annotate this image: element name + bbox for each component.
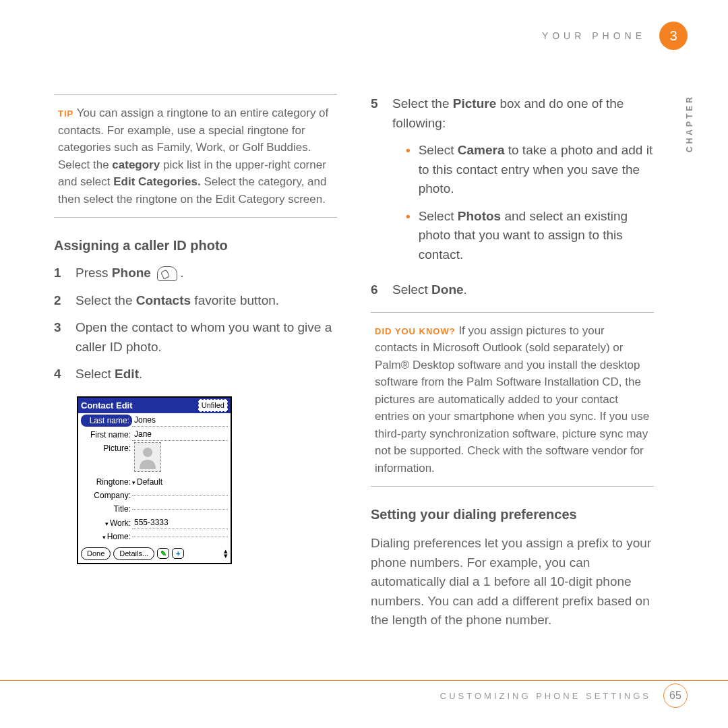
step-4-c: . bbox=[139, 367, 142, 381]
step-1-body: Press Phone . bbox=[75, 264, 337, 283]
step-6-body: Select Done. bbox=[392, 280, 654, 300]
shot-scroll-arrows[interactable]: ▴▾ bbox=[224, 549, 228, 558]
chapter-label-vertical: CHAPTER bbox=[685, 94, 694, 152]
step-4-b: Edit bbox=[115, 367, 139, 381]
dropdown-triangle-icon: ▾ bbox=[105, 520, 109, 527]
bullet-camera-b: Camera bbox=[458, 143, 505, 157]
bullet-camera-a: Select bbox=[419, 143, 458, 157]
step-3-body: Open the contact to whom you want to giv… bbox=[75, 318, 337, 357]
step-6-num: 6 bbox=[371, 280, 382, 300]
shot-firstname-value[interactable]: Jane bbox=[132, 428, 228, 441]
shot-firstname-label: First name: bbox=[81, 429, 132, 441]
shot-titlebar: Contact Edit Unfiled bbox=[78, 398, 231, 414]
shot-title-text: Contact Edit bbox=[81, 399, 133, 413]
step-1-c: . bbox=[180, 266, 183, 280]
shot-lastname-label[interactable]: Last name: bbox=[81, 415, 132, 427]
tip-bold-1: category bbox=[112, 158, 160, 171]
footer: CUSTOMIZING PHONE SETTINGS 65 bbox=[440, 684, 688, 708]
step-6: 6 Select Done. bbox=[371, 280, 654, 300]
header-section: YOUR PHONE bbox=[542, 30, 646, 41]
step-2-num: 2 bbox=[54, 291, 65, 311]
did-you-know-text: If you assign pictures to your contacts … bbox=[375, 324, 649, 475]
bullet-dot-icon: • bbox=[406, 141, 411, 199]
page-number: 65 bbox=[669, 690, 681, 702]
shot-picture-label: Picture: bbox=[81, 442, 132, 454]
bullet-dot-icon: • bbox=[406, 207, 411, 265]
shot-work-label-text: Work: bbox=[110, 518, 131, 528]
shot-title-value[interactable] bbox=[132, 509, 228, 510]
shot-note-button[interactable]: ✎ bbox=[157, 548, 169, 559]
shot-company-label: Company: bbox=[81, 489, 132, 502]
phone-icon bbox=[157, 266, 177, 281]
step-4-num: 4 bbox=[54, 365, 65, 384]
step-2-b: Contacts bbox=[136, 293, 191, 307]
shot-done-button[interactable]: Done bbox=[81, 547, 111, 560]
right-column: 5 Select the Picture box and do one of t… bbox=[371, 94, 654, 630]
shot-picture-box[interactable] bbox=[134, 442, 161, 472]
shot-work-label[interactable]: ▾Work: bbox=[81, 517, 132, 529]
did-you-know-label: DID YOU KNOW? bbox=[375, 326, 456, 336]
step-5-b: Picture bbox=[453, 96, 496, 111]
shot-add-button[interactable]: + bbox=[172, 548, 184, 559]
shot-home-label[interactable]: ▾Home: bbox=[81, 530, 132, 543]
did-you-know-box: DID YOU KNOW? If you assign pictures to … bbox=[371, 312, 654, 487]
step-4: 4 Select Edit. bbox=[54, 365, 337, 384]
chapter-number: 3 bbox=[669, 28, 677, 44]
step-5: 5 Select the Picture box and do one of t… bbox=[371, 94, 654, 272]
step-1: 1 Press Phone . bbox=[54, 264, 337, 283]
step-2: 2 Select the Contacts favorite button. bbox=[54, 291, 337, 311]
shot-ringtone-picker[interactable]: ▾Default bbox=[132, 476, 228, 488]
contact-edit-screenshot: Contact Edit Unfiled Last name: Jones Fi… bbox=[77, 396, 232, 564]
section-dialing-body: Dialing preferences let you assign a pre… bbox=[371, 534, 654, 630]
section-dialing-title: Setting your dialing preferences bbox=[371, 504, 654, 524]
step-1-a: Press bbox=[75, 266, 112, 280]
bullet-photos: • Select Photos and select an existing p… bbox=[406, 207, 654, 265]
page-number-badge: 65 bbox=[663, 684, 688, 708]
step-5-a: Select the bbox=[392, 96, 453, 111]
dropdown-triangle-icon: ▾ bbox=[102, 534, 106, 541]
footer-label: CUSTOMIZING PHONE SETTINGS bbox=[440, 691, 651, 701]
shot-ringtone-value: Default bbox=[137, 477, 162, 487]
left-column: TIP You can assign a ringtone to an enti… bbox=[54, 94, 337, 630]
step-5-body: Select the Picture box and do one of the… bbox=[392, 94, 654, 272]
shot-company-value[interactable] bbox=[132, 495, 228, 496]
shot-home-value[interactable] bbox=[132, 537, 228, 537]
bullet-photos-b: Photos bbox=[458, 209, 501, 223]
tip-label: TIP bbox=[58, 109, 73, 119]
chapter-number-badge: 3 bbox=[659, 22, 688, 50]
step-2-c: favorite button. bbox=[191, 293, 279, 307]
shot-work-value[interactable]: 555-3333 bbox=[132, 516, 228, 529]
step-5-num: 5 bbox=[371, 94, 382, 272]
shot-category-picker[interactable]: Unfiled bbox=[198, 399, 228, 412]
shot-ringtone-label: Ringtone: bbox=[81, 476, 132, 488]
step-4-body: Select Edit. bbox=[75, 365, 337, 384]
footer-divider bbox=[0, 680, 728, 681]
step-2-a: Select the bbox=[75, 293, 136, 307]
shot-lastname-value[interactable]: Jones bbox=[132, 414, 228, 427]
tip-bold-2: Edit Categories. bbox=[113, 175, 200, 188]
silhouette-icon bbox=[138, 445, 158, 469]
header: YOUR PHONE 3 bbox=[542, 22, 688, 50]
section-caller-id-title: Assigning a caller ID photo bbox=[54, 235, 337, 255]
step-1-b: Phone bbox=[112, 266, 151, 280]
step-3: 3 Open the contact to whom you want to g… bbox=[54, 318, 337, 357]
step-1-num: 1 bbox=[54, 264, 65, 283]
bullet-photos-a: Select bbox=[419, 209, 458, 223]
step-2-body: Select the Contacts favorite button. bbox=[75, 291, 337, 311]
step-6-a: Select bbox=[392, 282, 431, 297]
tip-box: TIP You can assign a ringtone to an enti… bbox=[54, 94, 337, 218]
shot-title-label: Title: bbox=[81, 503, 132, 515]
step-6-c: . bbox=[464, 282, 467, 297]
step-3-num: 3 bbox=[54, 318, 65, 357]
step-4-a: Select bbox=[75, 367, 115, 381]
dropdown-triangle-icon: ▾ bbox=[132, 479, 135, 486]
step-6-b: Done bbox=[431, 282, 464, 297]
shot-details-button[interactable]: Details... bbox=[113, 547, 154, 560]
bullet-camera: • Select Camera to take a photo and add … bbox=[406, 141, 654, 199]
svg-point-0 bbox=[143, 448, 152, 457]
shot-home-label-text: Home: bbox=[107, 532, 131, 541]
